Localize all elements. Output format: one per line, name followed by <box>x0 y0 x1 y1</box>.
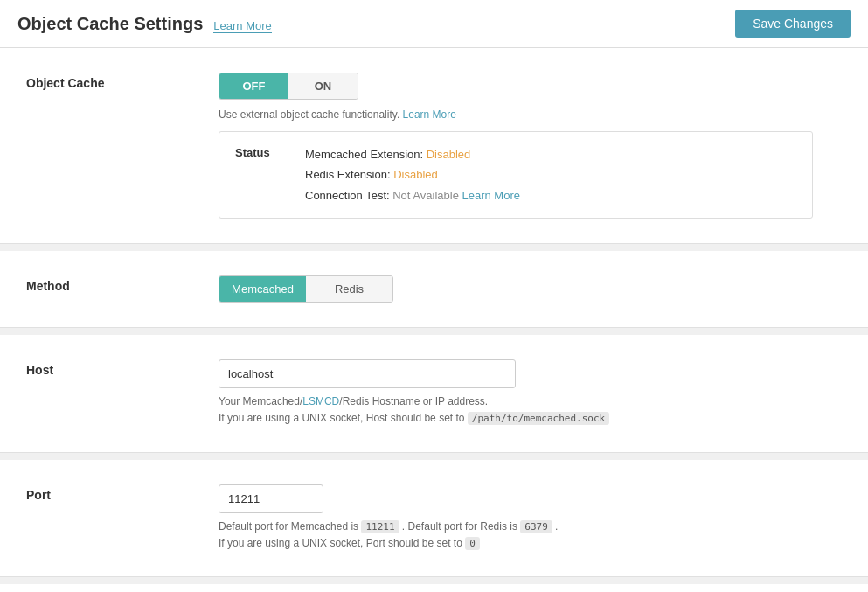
memcached-key: Memcached Extension: <box>305 148 427 161</box>
connection-learn-more-link[interactable]: Learn More <box>462 189 519 202</box>
port-label: Port <box>26 484 219 502</box>
object-cache-helper: Use external object cache functionality.… <box>219 108 842 121</box>
host-section: Host Your Memcached/LSMCD/Redis Hostname… <box>0 335 868 452</box>
divider-2 <box>0 328 868 335</box>
status-label: Status <box>235 144 288 159</box>
method-redis-button[interactable]: Redis <box>306 276 392 302</box>
status-redis: Redis Extension: Disabled <box>305 164 520 185</box>
object-cache-label: Object Cache <box>26 73 219 90</box>
toggle-off-button[interactable]: OFF <box>219 73 288 99</box>
port-memcached-code: 11211 <box>361 520 399 533</box>
status-box: Status Memcached Extension: Disabled Red… <box>219 131 813 219</box>
redis-value: Disabled <box>393 168 438 181</box>
host-hint2-pre: If you are using a UNIX socket, Host sho… <box>219 412 468 424</box>
port-hint2-pre: If you are using a UNIX socket, Port sho… <box>219 537 465 549</box>
save-changes-button[interactable]: Save Changes <box>735 10 851 38</box>
host-content: Your Memcached/LSMCD/Redis Hostname or I… <box>219 359 842 427</box>
header-left: Object Cache Settings Learn More <box>17 14 272 34</box>
connection-value: Not Available <box>392 189 462 202</box>
status-memcached: Memcached Extension: Disabled <box>305 144 520 164</box>
port-content: Default port for Memcached is 11211 . De… <box>219 484 842 552</box>
object-cache-content: OFF ON Use external object cache functio… <box>219 73 842 219</box>
header-learn-more-link[interactable]: Learn More <box>213 19 271 33</box>
method-section: Method Memcached Redis <box>0 251 868 328</box>
settings-content: Object Cache OFF ON Use external object … <box>0 48 868 592</box>
host-code-tag: /path/to/memcached.sock <box>468 412 609 425</box>
divider-1 <box>0 244 868 251</box>
port-input[interactable] <box>219 484 323 513</box>
port-section: Port Default port for Memcached is 11211… <box>0 460 868 577</box>
object-cache-section: Object Cache OFF ON Use external object … <box>0 48 868 244</box>
helper-learn-more-link[interactable]: Learn More <box>403 108 456 121</box>
page-header: Object Cache Settings Learn More Save Ch… <box>0 0 868 48</box>
lsmcd-link[interactable]: LSMCD <box>302 395 339 407</box>
port-hint: Default port for Memcached is 11211 . De… <box>219 519 842 552</box>
method-toggle-group: Memcached Redis <box>219 275 393 303</box>
host-input[interactable] <box>219 359 516 388</box>
redis-key: Redis Extension: <box>305 168 393 181</box>
port-hint1-end: . <box>552 520 559 533</box>
host-hint: Your Memcached/LSMCD/Redis Hostname or I… <box>219 394 842 427</box>
method-label: Method <box>26 275 219 293</box>
port-hint1-pre: Default port for Memcached is <box>219 520 361 533</box>
status-lines: Memcached Extension: Disabled Redis Exte… <box>305 144 520 205</box>
status-connection: Connection Test: Not Available Learn Mor… <box>305 185 520 205</box>
helper-text-static: Use external object cache functionality. <box>219 108 399 121</box>
memcached-value: Disabled <box>427 148 471 161</box>
port-unix-code: 0 <box>465 537 480 550</box>
host-hint1-rest: /Redis Hostname or IP address. <box>339 395 488 407</box>
lifetime-section: Default Object Lifetime seconds Default … <box>0 584 868 592</box>
port-redis-code: 6379 <box>520 520 552 533</box>
divider-4 <box>0 577 868 584</box>
method-content: Memcached Redis <box>219 275 842 303</box>
host-hint1-pre: Your Memcached/ <box>219 395 302 407</box>
host-label: Host <box>26 359 219 377</box>
divider-3 <box>0 453 868 460</box>
method-memcached-button[interactable]: Memcached <box>219 276 306 302</box>
page-title: Object Cache Settings <box>17 14 203 34</box>
object-cache-toggle-group: OFF ON <box>219 73 358 100</box>
connection-key: Connection Test: <box>305 189 392 202</box>
toggle-on-button[interactable]: ON <box>288 73 358 99</box>
port-hint1-mid: . Default port for Redis is <box>399 520 521 533</box>
